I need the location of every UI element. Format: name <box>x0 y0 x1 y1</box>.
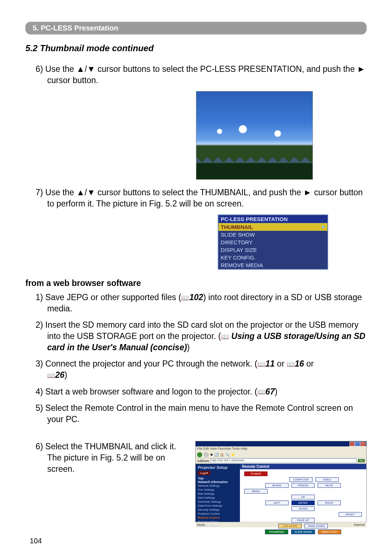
book-icon <box>257 387 265 396</box>
sidebar-item: Alert Settings <box>198 496 238 500</box>
sidebar-item: Port Settings <box>198 488 238 492</box>
maximize-icon: □ <box>355 442 360 446</box>
web-step-5: 5) Select the Remote Control in the main… <box>36 402 367 425</box>
browser-titlebar: _ □ × <box>196 441 366 446</box>
stop-icon: ✖ <box>210 453 213 457</box>
main-header: Remote Control <box>240 464 366 469</box>
favorites-icon: ⭐ <box>231 453 235 457</box>
up-button: UP <box>291 495 315 499</box>
web-step-4: 4) Start a web browser software and logo… <box>36 386 367 397</box>
subheading-web: from a web browser software <box>25 278 367 288</box>
section-header-bar: 5. PC-LESS Presentation <box>25 22 367 34</box>
menu-item-displaysize: DISPLAY SIZE <box>219 246 327 254</box>
enter-button: ENTER <box>291 500 315 505</box>
blank-button: BLANK <box>265 483 289 488</box>
book-icon <box>47 370 55 380</box>
book-icon <box>181 293 189 302</box>
menu-item-keyconfig: KEY CONFIG. <box>219 254 327 261</box>
step-6-top: 6) Use the ▲/▼ cursor buttons to select … <box>36 64 367 86</box>
window-buttons: _ □ × <box>350 442 366 446</box>
freeze-button: FREEZE <box>291 483 315 488</box>
address-input: http://192.168.1.10/remote/ <box>211 458 356 463</box>
go-button: Go <box>358 459 365 462</box>
sidebar-item: Network Settings <box>198 484 238 488</box>
pc-less-menu: PC-LESS PRESENTATION THUMBNAIL SLIDE SHO… <box>218 214 328 270</box>
left-button: LEFT <box>265 500 289 505</box>
thumbnail-button: THUMBNAIL <box>265 530 288 534</box>
menu-button: MENU <box>244 489 268 494</box>
sidebar-item: Security Settings <box>198 508 238 512</box>
sidebar-netinfo: Network Information <box>198 480 238 484</box>
book-icon <box>287 359 295 368</box>
computer-button: COMPUTER <box>289 477 313 482</box>
mute-button: MUTE <box>318 483 341 488</box>
refresh-icon: 🔄 <box>215 453 219 457</box>
menu-item-removemedia: REMOVE MEDIA <box>219 261 327 269</box>
page-number: 104 <box>30 537 42 545</box>
step-7: 7) Use the ▲/▼ cursor buttons to select … <box>36 187 367 209</box>
status-right: Internet <box>354 523 365 527</box>
home-icon: 🏠 <box>220 453 224 457</box>
web-step-2: 2) Insert the SD memory card into the SD… <box>36 319 367 353</box>
power-button: POWER <box>244 471 268 476</box>
book-icon <box>221 331 229 341</box>
landscape-illustration <box>196 91 313 180</box>
web-step-6: 6) Select the THUMBNAIL and click it. Th… <box>36 441 188 475</box>
sidebar-item: Schedule Settings <box>198 500 238 504</box>
sidebar-logo: Projector Setup <box>198 465 238 470</box>
browser-sidebar: Projector Setup Logoff Top: Network Info… <box>196 464 240 522</box>
livemode-button: LIVE MODE <box>278 524 302 528</box>
directory-button: DIRECTORY <box>318 530 341 534</box>
menu-item-slideshow: SLIDE SHOW <box>219 231 327 238</box>
subheading-5-2: 5.2 Thumbnail mode continued <box>25 43 367 53</box>
sidebar-top-label: Top: <box>198 477 238 480</box>
pagedown-button: PAGE DOWN <box>305 524 328 528</box>
right-button: RIGHT <box>318 500 341 505</box>
search-icon: 🔍 <box>225 453 229 457</box>
video-button: VIDEO <box>315 477 339 482</box>
reset-button: RESET <box>339 512 362 517</box>
close-icon: × <box>360 442 366 446</box>
browser-toolbar: ✖ 🔄 🏠 🔍 ⭐ <box>196 451 366 458</box>
browser-menubar: File Edit View Favorites Tools Help <box>196 446 366 451</box>
sidebar-item: Date/Time Settings <box>198 504 238 508</box>
minimize-icon: _ <box>350 442 355 446</box>
sidebar-item-remote-control: Remote Control <box>198 516 238 520</box>
browser-address-bar: Address http://192.168.1.10/remote/ Go <box>196 458 366 464</box>
web-step-3: 3) Connect the projector and your PC thr… <box>36 358 367 381</box>
sidebar-item: Mail Settings <box>198 492 238 496</box>
web-step-1: 1) Save JEPG or other supported files (1… <box>36 292 367 314</box>
menu-item-thumbnail: THUMBNAIL <box>219 223 327 231</box>
browser-main: Remote Control POWER COMPUTERVIDEO BLANK… <box>240 464 366 522</box>
logoff-button: Logoff <box>198 471 210 475</box>
pageup-button: PAGE UP <box>291 518 315 523</box>
browser-screenshot: _ □ × File Edit View Favorites Tools Hel… <box>195 441 367 522</box>
book-icon <box>257 359 265 368</box>
slideshow-button: SLIDE SHOW <box>291 530 315 534</box>
down-button: DOWN <box>291 506 315 511</box>
forward-icon <box>204 452 209 457</box>
back-icon <box>197 452 202 457</box>
status-left: Done <box>197 523 205 527</box>
menu-item-directory: DIRECTORY <box>219 238 327 246</box>
menu-header: PC-LESS PRESENTATION <box>219 215 327 223</box>
sidebar-item: Projector Control <box>198 512 238 516</box>
